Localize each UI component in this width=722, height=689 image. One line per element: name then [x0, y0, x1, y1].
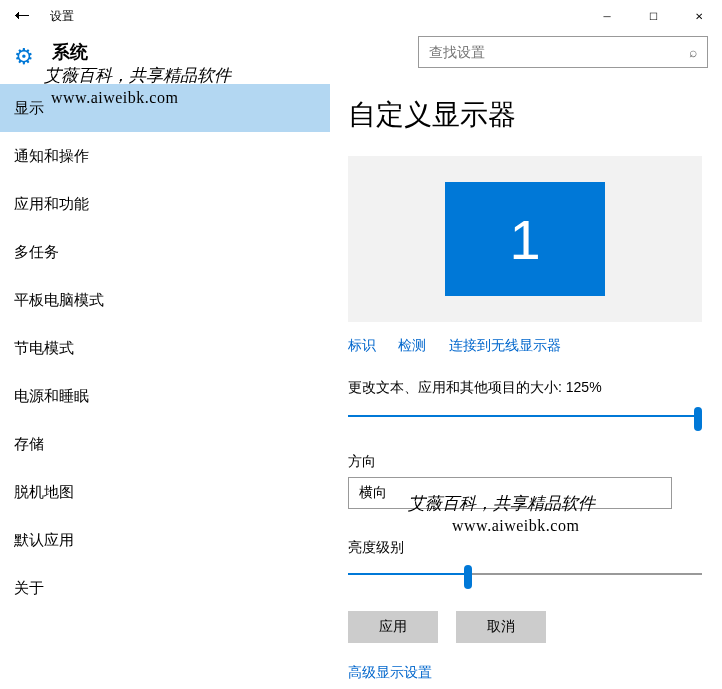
watermark-url: www.aiweibk.com — [51, 89, 178, 107]
cancel-button[interactable]: 取消 — [456, 611, 546, 643]
watermark-url-2: www.aiweibk.com — [452, 517, 579, 535]
gear-icon: ⚙ — [14, 44, 34, 70]
close-button[interactable]: ✕ — [676, 0, 722, 32]
identify-link[interactable]: 标识 — [348, 337, 376, 353]
window-title: 设置 — [50, 8, 74, 25]
orientation-label: 方向 — [348, 453, 702, 471]
scale-label: 更改文本、应用和其他项目的大小: 125% — [348, 379, 702, 397]
scale-slider[interactable] — [348, 405, 702, 433]
search-icon: ⌕ — [689, 44, 697, 60]
display-links: 标识 检测 连接到无线显示器 — [348, 336, 702, 355]
main-panel: 自定义显示器 1 标识 检测 连接到无线显示器 更改文本、应用和其他项目的大小:… — [330, 84, 722, 682]
apply-button[interactable]: 应用 — [348, 611, 438, 643]
monitor-preview-area: 1 — [348, 156, 702, 322]
header-title: 系统 — [52, 40, 88, 64]
header-row: ⚙ 系统 ⌕ — [0, 32, 722, 84]
sidebar-item-maps[interactable]: 脱机地图 — [0, 468, 330, 516]
sidebar-item-defaults[interactable]: 默认应用 — [0, 516, 330, 564]
page-title: 自定义显示器 — [348, 96, 702, 134]
sidebar-item-battery[interactable]: 节电模式 — [0, 324, 330, 372]
back-arrow-icon[interactable]: 🠐 — [14, 7, 30, 25]
orientation-value: 横向 — [359, 484, 387, 502]
sidebar-item-storage[interactable]: 存储 — [0, 420, 330, 468]
search-box[interactable]: ⌕ — [418, 36, 708, 68]
window-controls: ─ ☐ ✕ — [584, 0, 722, 32]
search-input[interactable] — [429, 44, 669, 60]
sidebar-item-about[interactable]: 关于 — [0, 564, 330, 612]
button-row: 应用 取消 — [348, 611, 702, 643]
monitor-1[interactable]: 1 — [445, 182, 605, 296]
brightness-label: 亮度级别 — [348, 539, 702, 557]
titlebar: 🠐 设置 ─ ☐ ✕ — [0, 0, 722, 32]
detect-link[interactable]: 检测 — [398, 337, 426, 353]
sidebar-item-notifications[interactable]: 通知和操作 — [0, 132, 330, 180]
orientation-select[interactable]: 横向 — [348, 477, 672, 509]
maximize-button[interactable]: ☐ — [630, 0, 676, 32]
sidebar-item-tablet[interactable]: 平板电脑模式 — [0, 276, 330, 324]
advanced-display-link[interactable]: 高级显示设置 — [348, 664, 432, 680]
sidebar: 显示 通知和操作 应用和功能 多任务 平板电脑模式 节电模式 电源和睡眠 存储 … — [0, 84, 330, 682]
wireless-display-link[interactable]: 连接到无线显示器 — [449, 337, 561, 353]
brightness-slider[interactable] — [348, 563, 702, 591]
minimize-button[interactable]: ─ — [584, 0, 630, 32]
sidebar-item-multitask[interactable]: 多任务 — [0, 228, 330, 276]
sidebar-item-apps[interactable]: 应用和功能 — [0, 180, 330, 228]
sidebar-item-power[interactable]: 电源和睡眠 — [0, 372, 330, 420]
